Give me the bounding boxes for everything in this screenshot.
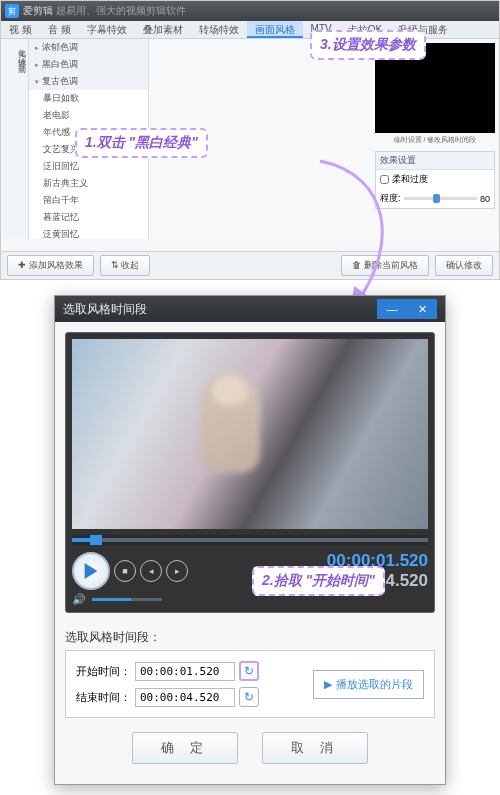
effect-panel: 效果设置 柔和过度 程度: 80	[375, 151, 495, 209]
end-time-row: 结束时间： ↻	[76, 687, 259, 707]
app-name: 爱剪辑	[23, 4, 53, 18]
minimize-icon[interactable]: —	[377, 299, 407, 319]
menu-audio[interactable]: 音 频	[40, 21, 79, 38]
volume-icon[interactable]: 🔊	[72, 593, 86, 606]
style-item[interactable]: 暴日如歌	[29, 90, 148, 107]
style-item[interactable]: 泛黄回忆	[29, 226, 148, 239]
category-head[interactable]: 黑白色调	[29, 56, 148, 73]
ok-button[interactable]: 确 定	[132, 732, 238, 764]
start-time-input[interactable]	[135, 662, 235, 681]
degree-slider[interactable]	[404, 197, 477, 200]
stop-button[interactable]: ■	[114, 560, 136, 582]
effect-degree-row: 程度: 80	[376, 189, 494, 208]
dialog-titlebar: 选取风格时间段 — ✕	[55, 296, 445, 322]
soft-label: 柔和过度	[392, 173, 428, 186]
pick-box: 开始时间： ↻ 结束时间： ↻ 播放选取的片段	[65, 650, 435, 718]
side-tab-beautify[interactable]: 美化	[1, 39, 28, 47]
preview-tabs[interactable]: 临时设置 / 修改风格时间段	[375, 135, 495, 145]
side-tab-scene[interactable]: 动景	[1, 55, 28, 63]
effect-opt-row: 柔和过度	[376, 170, 494, 189]
delete-style-button[interactable]: 🗑 删除当前风格	[341, 255, 429, 276]
cancel-button[interactable]: 取 消	[262, 732, 368, 764]
degree-value: 80	[480, 194, 490, 204]
menu-overlay[interactable]: 叠加素材	[135, 21, 191, 38]
confirm-button[interactable]: 确认修改	[435, 255, 493, 276]
annotation-1: 1.双击 "黑白经典"	[75, 128, 208, 158]
category-head[interactable]: 浓郁色调	[29, 39, 148, 56]
progress-bar[interactable]	[72, 535, 428, 545]
menu-transition[interactable]: 转场特效	[191, 21, 247, 38]
close-icon[interactable]: ✕	[407, 299, 437, 319]
prev-frame-button[interactable]: ◂	[140, 560, 162, 582]
menu-subtitle[interactable]: 字幕特效	[79, 21, 135, 38]
play-segment-button[interactable]: 播放选取的片段	[313, 670, 424, 699]
start-time-row: 开始时间： ↻	[76, 661, 259, 681]
app-logo-icon: 剪	[5, 4, 19, 18]
category-head[interactable]: 复古色调	[29, 73, 148, 90]
style-item[interactable]: 留白千年	[29, 192, 148, 209]
degree-label: 程度:	[380, 192, 401, 205]
volume-slider[interactable]	[92, 598, 162, 601]
video-preview	[72, 339, 428, 529]
dialog-actions: 确 定 取 消	[65, 732, 435, 774]
next-frame-button[interactable]: ▸	[166, 560, 188, 582]
menu-style[interactable]: 画面风格	[247, 21, 303, 38]
side-tab-filter[interactable]: 滤镜	[1, 47, 28, 55]
style-item[interactable]: 暮蓝记忆	[29, 209, 148, 226]
soft-checkbox[interactable]	[380, 175, 389, 184]
titlebar: 剪 爱剪辑 超易用、强大的视频剪辑软件	[1, 1, 499, 21]
add-style-button[interactable]: ✚ 添加风格效果	[7, 255, 94, 276]
collapse-button[interactable]: ⇅ 收起	[100, 255, 151, 276]
play-button[interactable]	[72, 552, 110, 590]
style-item[interactable]: 泛旧回忆	[29, 158, 148, 175]
pick-end-icon[interactable]: ↻	[239, 687, 259, 707]
style-item[interactable]: 新古典主义	[29, 175, 148, 192]
pick-start-icon[interactable]: ↻	[239, 661, 259, 681]
annotation-2: 2.拾取 "开始时间"	[252, 566, 385, 596]
dialog-body: ■ ◂ ▸ 00:00:01.520 00:00:04.520 🔊 选取风格时间…	[55, 322, 445, 784]
end-label: 结束时间：	[76, 690, 131, 705]
app-subtitle: 超易用、强大的视频剪辑软件	[56, 4, 186, 18]
bottom-bar: ✚ 添加风格效果 ⇅ 收起 🗑 删除当前风格 确认修改	[1, 251, 499, 279]
time-range-dialog: 选取风格时间段 — ✕ ■ ◂ ▸ 00:00:01.520 00:00:04.…	[54, 295, 446, 785]
side-tabs: 美化 滤镜 动景	[1, 39, 29, 239]
effect-title: 效果设置	[376, 152, 494, 170]
annotation-3: 3.设置效果参数	[310, 30, 426, 60]
dialog-title: 选取风格时间段	[63, 301, 147, 318]
end-time-input[interactable]	[135, 688, 235, 707]
start-label: 开始时间：	[76, 664, 131, 679]
pick-title: 选取风格时间段：	[65, 625, 435, 650]
menu-video[interactable]: 视 频	[1, 21, 40, 38]
style-item[interactable]: 老电影	[29, 107, 148, 124]
pick-area: 选取风格时间段： 开始时间： ↻ 结束时间： ↻ 播放选取的片段	[65, 625, 435, 718]
